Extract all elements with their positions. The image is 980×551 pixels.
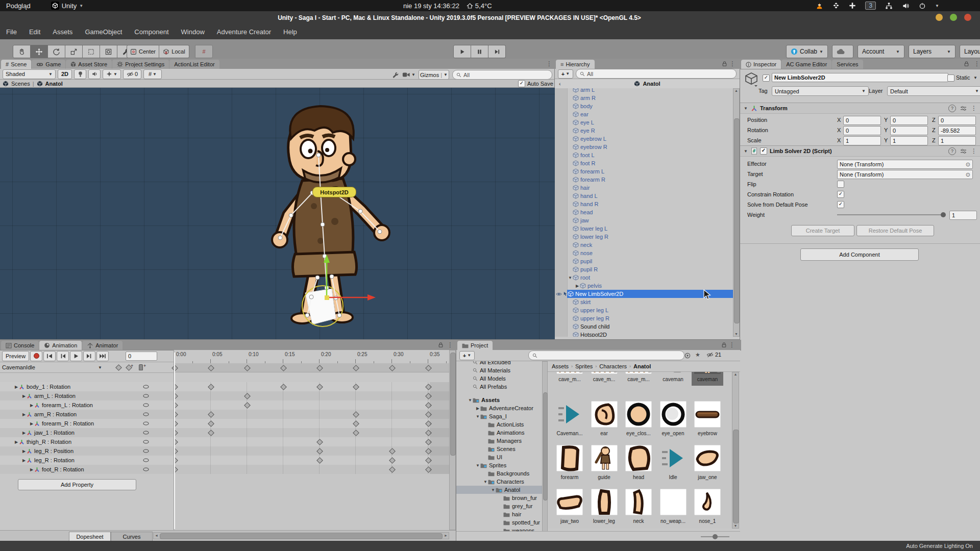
asset-head[interactable]: head — [622, 445, 655, 486]
menu-adventure-creator[interactable]: Adventure Creator — [211, 24, 277, 39]
gizmos-dropdown[interactable]: Gizmos|▼ — [419, 70, 449, 80]
dopesheet-row-3[interactable] — [174, 410, 449, 419]
asset-ear[interactable]: ear — [587, 401, 621, 442]
tab-console[interactable]: Console — [1, 341, 39, 350]
2d-toggle-button[interactable]: 2D — [58, 69, 72, 79]
hierarchy-item-head[interactable]: head — [567, 208, 733, 216]
transform-scale-x-field[interactable]: 1 — [843, 136, 881, 145]
keyframe[interactable] — [244, 393, 251, 399]
bottom-tab-dopesheet[interactable]: Dopesheet — [69, 532, 111, 541]
hierarchy-item-eye-l[interactable]: eye L — [567, 118, 733, 127]
hierarchy-scrollbar[interactable]: ▲ ▼ — [733, 88, 740, 337]
project-create-button[interactable]: +▼ — [459, 351, 475, 360]
tree-item-hair[interactable]: hair — [456, 510, 542, 518]
property-disclosure-icon[interactable]: ▶ — [21, 449, 27, 454]
menu-component[interactable]: Component — [128, 24, 175, 39]
animation-ruler[interactable]: 0:000:050:100:150:200:250:300:35 — [174, 350, 449, 364]
asset-caveman[interactable]: caveman — [656, 372, 690, 398]
account-dropdown[interactable]: Account▼ — [857, 45, 904, 58]
button-restore-default-pose[interactable]: Restore Default Pose — [856, 225, 934, 236]
animation-summary-row[interactable] — [174, 363, 449, 372]
hierarchy-item-nose[interactable]: nose — [567, 249, 733, 257]
shading-mode-dropdown[interactable]: Shaded▼ — [3, 69, 56, 79]
tag-dropdown[interactable]: Untagged▼ — [772, 86, 869, 96]
property-curve-toggle[interactable] — [143, 449, 149, 453]
network-tray-icon[interactable] — [885, 2, 893, 10]
scene-viewport[interactable]: Hotspot2D — [0, 88, 555, 339]
summary-keyframe[interactable] — [280, 365, 287, 371]
hotspot2d-gizmo-label[interactable]: Hotspot2D — [312, 187, 356, 197]
scene-tools-icon[interactable] — [392, 71, 399, 79]
hierarchy-lock-icon[interactable] — [722, 61, 727, 67]
tree-disclosure-icon[interactable]: ▼ — [483, 480, 488, 484]
summary-keyframe[interactable] — [316, 365, 323, 371]
search-by-type-icon[interactable] — [684, 353, 691, 359]
tab-animator[interactable]: Animator — [82, 341, 122, 350]
tab-project[interactable]: Project — [457, 341, 493, 350]
limb-solver-presets-icon[interactable] — [960, 147, 967, 155]
menu-edit[interactable]: Edit — [23, 24, 46, 39]
limb-solver-component-header[interactable]: ▼# ✓ Limb Solver 2D (Script) ? ⋮ — [740, 145, 980, 157]
tree-disclosure-icon[interactable]: ▼ — [475, 414, 480, 419]
animation-last-key-button[interactable] — [96, 351, 109, 361]
tab-ac-game-editor[interactable]: AC Game Editor — [781, 60, 831, 69]
animation-menu-icon[interactable]: ⋮ — [447, 341, 453, 348]
hierarchy-create-button[interactable]: +▼ — [558, 69, 573, 79]
thumbnail-size-slider[interactable] — [701, 536, 729, 537]
hierarchy-item-forearm-r[interactable]: forearm R — [567, 176, 733, 184]
property-curve-toggle[interactable] — [143, 403, 149, 407]
hidden-packages-count[interactable]: 21 — [706, 352, 721, 358]
breadcrumb-sprites[interactable]: Sprites — [575, 363, 593, 369]
tray-chevron-icon[interactable]: ▼ — [935, 4, 939, 8]
pause-button[interactable] — [471, 45, 488, 58]
dopesheet-row-1[interactable] — [174, 391, 449, 400]
property-curve-toggle[interactable] — [143, 440, 149, 444]
add-property-button[interactable]: Add Property — [18, 479, 136, 490]
field-effector-object[interactable]: None (Transform)⊙ — [837, 160, 973, 169]
transform-rotation-x-field[interactable]: 0 — [843, 126, 881, 135]
animation-record-button[interactable] — [30, 351, 42, 361]
hierarchy-menu-icon[interactable]: ⋮ — [729, 60, 736, 67]
pivot-toggle-button[interactable]: Center — [127, 45, 159, 58]
tab-game[interactable]: Game — [32, 60, 65, 69]
asset-jaw-one[interactable]: jaw_one — [691, 445, 724, 486]
animation-property-0[interactable]: ▶body_1 : Rotation — [0, 382, 174, 391]
hierarchy-item-arm-l[interactable]: arm L — [567, 88, 733, 94]
collab-button[interactable]: Collab▼ — [786, 45, 828, 58]
tree-item-adventurecreator[interactable]: ▶AdventureCreator — [456, 404, 542, 412]
hierarchy-item-hotspot2d[interactable]: Hotspot2D — [567, 331, 733, 337]
tab-project-settings[interactable]: Project Settings — [112, 60, 169, 69]
dopesheet-row-2[interactable] — [174, 400, 449, 410]
scene-grid-dropdown[interactable]: #▼ — [143, 69, 162, 79]
keyframe[interactable] — [244, 402, 251, 409]
hierarchy-item-eyebrow-l[interactable]: eyebrow L — [567, 135, 733, 143]
animation-prev-key-button[interactable] — [57, 351, 69, 361]
animation-property-8[interactable]: ▶leg_R : Rotation — [0, 456, 174, 465]
keyframe[interactable] — [316, 457, 323, 464]
tree-item-all-prefabs[interactable]: All Prefabs — [456, 383, 542, 391]
tree-disclosure-icon[interactable]: ▶ — [475, 406, 480, 411]
animation-property-1[interactable]: ▶arm_L : Rotation — [0, 391, 174, 400]
layers-dropdown[interactable]: Layers▼ — [909, 45, 955, 58]
layer-dropdown[interactable]: Default▼ — [887, 86, 980, 96]
asset-nose-1[interactable]: nose_1 — [691, 489, 724, 529]
tab-actionlist-editor[interactable]: ActionList Editor — [169, 60, 219, 69]
tree-item-scenes[interactable]: Scenes — [456, 445, 542, 453]
animation-property-9[interactable]: ▶foot_R : Rotation — [0, 465, 174, 474]
add-component-button[interactable]: Add Component — [800, 248, 919, 261]
keyframe[interactable] — [353, 411, 359, 418]
breadcrumb-characters[interactable]: Characters — [599, 363, 627, 369]
field-target-object[interactable]: None (Transform)⊙ — [837, 170, 973, 179]
tree-item-actionlists[interactable]: ActionLists — [456, 420, 542, 429]
property-disclosure-icon[interactable]: ▶ — [29, 403, 34, 408]
asset-lower-leg[interactable]: lower_leg — [587, 489, 621, 529]
field-flip-checkbox[interactable] — [837, 181, 844, 188]
asset-eye-open[interactable]: eye_open — [656, 401, 690, 442]
keyframe[interactable] — [389, 448, 396, 455]
hierarchy-item-eye-r[interactable]: eye R — [567, 127, 733, 135]
playhead[interactable] — [174, 353, 175, 529]
row-pickability-icon[interactable] — [563, 291, 568, 296]
system-app-menu[interactable]: Podgląd — [0, 0, 37, 11]
step-button[interactable] — [488, 45, 506, 58]
scene-camera-dropdown[interactable]: ▼ — [402, 72, 415, 78]
